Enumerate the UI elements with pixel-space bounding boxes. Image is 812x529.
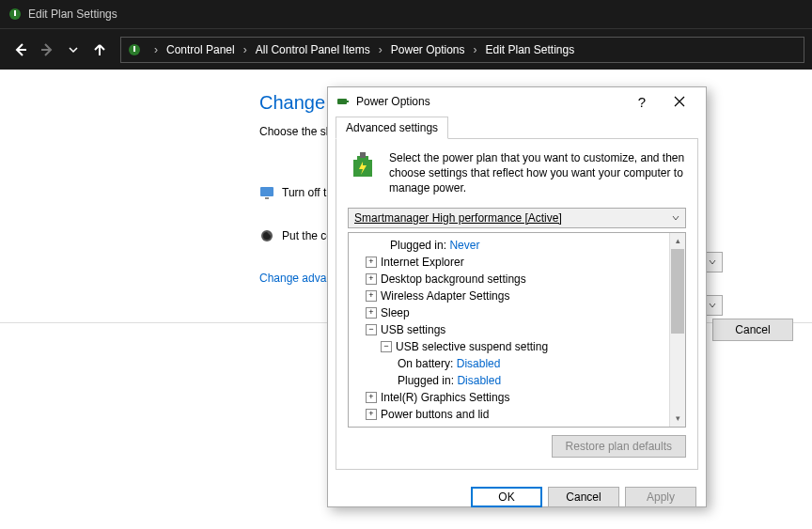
- svg-rect-1: [14, 10, 16, 16]
- scroll-thumb[interactable]: [671, 249, 684, 334]
- tree-row-wireless[interactable]: + Wireless Adapter Settings: [351, 288, 683, 304]
- collapse-icon[interactable]: −: [366, 324, 377, 335]
- power-options-dialog: Power Options ? Advanced settings Select…: [327, 86, 707, 507]
- svg-rect-4: [260, 187, 273, 196]
- plan-select[interactable]: Smartmanager High performance [Active]: [348, 208, 686, 228]
- scroll-down-icon[interactable]: ▾: [670, 411, 685, 427]
- expand-icon[interactable]: +: [366, 273, 377, 285]
- dialog-footer: OK Cancel Apply: [328, 477, 706, 517]
- chevron-right-icon[interactable]: ›: [149, 43, 163, 56]
- expand-icon[interactable]: +: [366, 290, 377, 302]
- forward-button[interactable]: [34, 37, 60, 63]
- page-cancel-button[interactable]: Cancel: [712, 319, 793, 341]
- battery-large-icon: [348, 150, 378, 180]
- close-button[interactable]: [661, 87, 698, 116]
- power-plan-icon: [127, 42, 142, 57]
- app-icon: [8, 7, 23, 22]
- tree-row-ie[interactable]: + Internet Explorer: [351, 254, 683, 271]
- svg-rect-3: [133, 46, 135, 52]
- up-button[interactable]: [86, 37, 113, 63]
- tab-advanced-settings[interactable]: Advanced settings: [336, 117, 448, 139]
- display-label: Turn off t: [282, 186, 326, 199]
- expand-icon[interactable]: +: [366, 409, 377, 420]
- apply-button[interactable]: Apply: [625, 487, 696, 507]
- chevron-right-icon[interactable]: ›: [239, 43, 252, 56]
- navbar: › Control Panel › All Control Panel Item…: [0, 28, 812, 70]
- help-button[interactable]: ?: [623, 87, 661, 116]
- crumb-power-options[interactable]: Power Options: [387, 43, 469, 56]
- scroll-up-icon[interactable]: ▴: [670, 233, 685, 249]
- expand-icon[interactable]: +: [366, 392, 377, 403]
- tree-row-plugged-top[interactable]: Plugged in: Never: [351, 237, 683, 254]
- tree-row-intel[interactable]: + Intel(R) Graphics Settings: [351, 389, 683, 406]
- restore-defaults-button[interactable]: Restore plan defaults: [552, 435, 686, 458]
- crumb-edit-plan[interactable]: Edit Plan Settings: [481, 43, 578, 56]
- ok-button[interactable]: OK: [471, 487, 542, 507]
- tree-row-plugged-in2[interactable]: Plugged in: Disabled: [351, 372, 683, 389]
- back-button[interactable]: [8, 37, 34, 63]
- collapse-icon[interactable]: −: [381, 341, 392, 352]
- tree-row-desktop[interactable]: + Desktop background settings: [351, 271, 683, 288]
- svg-rect-9: [360, 152, 366, 158]
- svg-rect-7: [337, 99, 347, 104]
- plan-label: Smartmanager High performance [Active]: [354, 211, 562, 225]
- chevron-down-icon: [672, 214, 679, 222]
- breadcrumb[interactable]: › Control Panel › All Control Panel Item…: [120, 37, 804, 63]
- expand-icon[interactable]: +: [366, 307, 377, 319]
- dialog-titlebar[interactable]: Power Options ?: [328, 87, 706, 116]
- tree-row-on-battery[interactable]: On battery: Disabled: [351, 355, 683, 372]
- crumb-all-items[interactable]: All Control Panel Items: [252, 43, 374, 56]
- value-disabled-plugged[interactable]: Disabled: [457, 372, 501, 389]
- chevron-right-icon[interactable]: ›: [468, 43, 481, 56]
- svg-rect-5: [265, 197, 269, 199]
- tree-row-usb-suspend[interactable]: − USB selective suspend setting: [351, 338, 683, 355]
- tree-row-power-buttons[interactable]: + Power buttons and lid: [351, 406, 683, 423]
- battery-icon: [336, 94, 351, 109]
- scrollbar[interactable]: ▴ ▾: [669, 233, 685, 427]
- window-titlebar: Edit Plan Settings: [0, 0, 812, 28]
- chevron-right-icon[interactable]: ›: [374, 43, 387, 56]
- crumb-control-panel[interactable]: Control Panel: [163, 43, 239, 56]
- window-title: Edit Plan Settings: [28, 8, 117, 21]
- settings-tree: Plugged in: Never + Internet Explorer + …: [348, 232, 686, 428]
- value-disabled-battery[interactable]: Disabled: [457, 355, 501, 372]
- svg-rect-8: [347, 101, 349, 102]
- tree-row-sleep[interactable]: + Sleep: [351, 304, 683, 321]
- intro-text: Select the power plan that you want to c…: [389, 150, 686, 196]
- recent-button[interactable]: [60, 37, 86, 63]
- expand-icon[interactable]: +: [366, 257, 377, 268]
- value-never[interactable]: Never: [449, 237, 479, 254]
- tabbar: Advanced settings: [336, 116, 698, 139]
- sleep-label: Put the co: [282, 229, 333, 242]
- tree-row-usb[interactable]: − USB settings: [351, 321, 683, 338]
- dialog-title: Power Options: [356, 95, 623, 108]
- display-icon: [259, 185, 274, 200]
- cancel-button[interactable]: Cancel: [548, 487, 619, 507]
- sleep-icon: [259, 228, 274, 243]
